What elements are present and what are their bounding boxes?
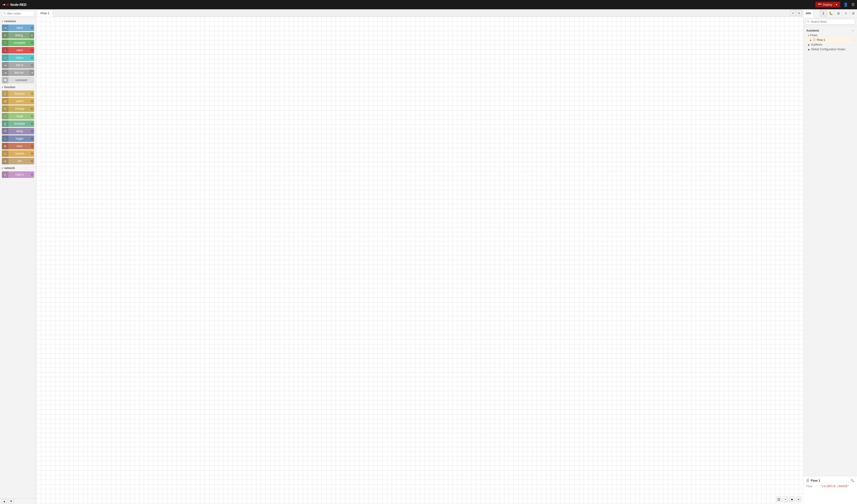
node-delay[interactable]: ⏱ delay [2, 128, 34, 135]
info-flow-row: Flow "cecdb5c0.c8dd38" [806, 485, 854, 488]
scroll-up-button[interactable]: ▲ [1, 499, 7, 503]
status-left-icon: ≈ [2, 54, 9, 61]
autodesk-header[interactable]: Autodesk ··· [805, 28, 855, 33]
global-config-subsection[interactable]: ▶ Global Configuration Nodes [805, 47, 855, 52]
node-linkout[interactable]: ⇥ link out ⇥ [2, 69, 34, 76]
node-switch[interactable]: ⇄ switch [2, 98, 34, 104]
function-label: function [9, 92, 31, 95]
category-common[interactable]: ▾ common [0, 18, 36, 24]
info-search [803, 18, 857, 26]
deploy-button[interactable]: Deploy ▾ [816, 2, 840, 7]
tab-flow1-label: Flow 1 [40, 12, 49, 15]
category-network-arrow: ▾ [2, 167, 3, 170]
logo: Node-RED [2, 3, 27, 7]
search-box [0, 10, 36, 18]
list-tabs-button[interactable]: ≡ [796, 10, 802, 16]
trigger-label: trigger [9, 137, 31, 140]
catch-right-port [31, 49, 33, 51]
info-icon-settings[interactable]: ⚙ [850, 10, 857, 18]
info-panel: info ℹ 🐛 ⊞ ≡ ⚙ Autodesk ··· ▾ Flows [803, 10, 857, 504]
mqttin-right-port [31, 173, 33, 176]
linkin-right-port [31, 64, 33, 66]
zoom-plus-button[interactable]: + [796, 497, 801, 502]
node-inject[interactable]: ⇥ inject [2, 24, 34, 31]
info-icon-info[interactable]: ℹ [820, 10, 827, 18]
common-nodes: ⇥ inject ≡ debug ≡ ! complete ! catch [0, 24, 36, 84]
function-right-port [31, 92, 33, 95]
complete-label: complete [9, 41, 31, 45]
inject-right-port [31, 27, 33, 29]
deploy-chevron[interactable]: ▾ [834, 3, 837, 6]
node-exec[interactable]: ⚙ exec [2, 143, 34, 150]
inject-left-icon: ⇥ [2, 24, 9, 31]
flow1-icon: ☰ [813, 38, 816, 41]
subflows-arrow: ▶ [808, 44, 810, 46]
delay-right-port [31, 130, 33, 132]
flow1-expand: ▶ [810, 39, 812, 41]
header-icons: 👤 ☰ [843, 2, 855, 7]
flow1-item[interactable]: ▶ ☰ Flow 1 [805, 38, 855, 42]
info-icon-palette[interactable]: ⊞ [835, 10, 842, 18]
svg-rect-1 [6, 4, 9, 6]
info-bottom-header: ☰ Flow 1 🔍 [806, 479, 854, 482]
node-change[interactable]: ✎ change [2, 105, 34, 112]
user-icon[interactable]: 👤 [843, 2, 848, 7]
info-bottom-title-text: Flow 1 [811, 479, 820, 482]
node-debug[interactable]: ≡ debug ≡ [2, 32, 34, 38]
menu-icon[interactable]: ☰ [851, 2, 855, 7]
flow-label: Flow [806, 485, 818, 488]
info-search-input[interactable] [805, 19, 855, 24]
autodesk-menu[interactable]: ··· [852, 29, 854, 32]
flow-canvas[interactable]: ⊡ − ● + [36, 17, 803, 504]
node-mqttin[interactable]: ))) mqtt in [2, 171, 34, 178]
node-range[interactable]: ↔ range [2, 113, 34, 119]
category-common-label: common [4, 20, 16, 23]
node-rbe[interactable]: ♦ rbe [2, 158, 34, 164]
scroll-down-button[interactable]: ▼ [8, 499, 14, 503]
node-catch[interactable]: ! catch [2, 47, 34, 54]
subflows-subsection[interactable]: ▶ Subflows [805, 42, 855, 47]
node-trigger[interactable]: ↕ trigger [2, 135, 34, 142]
trigger-left-icon: ↕ [2, 135, 9, 142]
info-icon-context[interactable]: ≡ [842, 10, 850, 18]
flows-label: Flows [810, 34, 818, 37]
zoom-dot-button[interactable]: ● [789, 497, 795, 502]
node-function[interactable]: ƒ function [2, 90, 34, 97]
info-tab-info[interactable]: info [803, 10, 813, 18]
info-bottom-title-icon: ☰ [806, 479, 809, 482]
debug-left-icon: ≡ [2, 32, 9, 38]
random-right-port [31, 152, 33, 155]
template-right-port [31, 122, 33, 125]
canvas-controls: ⊡ − ● + [776, 497, 801, 502]
node-comment[interactable]: 💬 comment [2, 77, 34, 84]
flows-subsection[interactable]: ▾ Flows [805, 33, 855, 38]
node-complete[interactable]: ! complete [2, 39, 34, 46]
node-random[interactable]: ≡ random [2, 150, 34, 157]
zoom-minus-button[interactable]: − [783, 497, 788, 502]
network-nodes: ))) mqtt in [0, 171, 36, 178]
zoom-fit-button[interactable]: ⊡ [776, 497, 782, 502]
tab-flow1[interactable]: Flow 1 [37, 10, 53, 17]
add-tab-button[interactable]: + [790, 10, 796, 16]
range-right-port [31, 115, 33, 117]
node-template[interactable]: {} template [2, 120, 34, 127]
node-status[interactable]: ≈ status [2, 54, 34, 61]
category-network[interactable]: ▾ network [0, 165, 36, 171]
main-area: ▾ common ⇥ inject ≡ debug ≡ ! complete [0, 10, 857, 504]
exec-label: exec [9, 144, 31, 148]
global-config-arrow: ▶ [808, 48, 810, 51]
random-label: random [9, 152, 31, 155]
info-bottom-search-icon[interactable]: 🔍 [851, 479, 854, 482]
catch-label: catch [9, 49, 31, 52]
random-left-icon: ≡ [2, 150, 9, 157]
node-linkin[interactable]: ⇥ link in [2, 62, 34, 69]
switch-left-icon: ⇄ [2, 98, 9, 104]
change-left-icon: ✎ [2, 105, 9, 112]
inject-label: inject [9, 26, 31, 30]
global-config-label: Global Configuration Nodes [811, 48, 845, 51]
comment-left-icon: 💬 [2, 77, 9, 84]
info-tree: Autodesk ··· ▾ Flows ▶ ☰ Flow 1 ▶ Subflo… [803, 26, 857, 476]
info-icon-debug[interactable]: 🐛 [827, 10, 835, 18]
category-function[interactable]: ▾ function [0, 84, 36, 90]
search-input[interactable] [2, 11, 34, 16]
